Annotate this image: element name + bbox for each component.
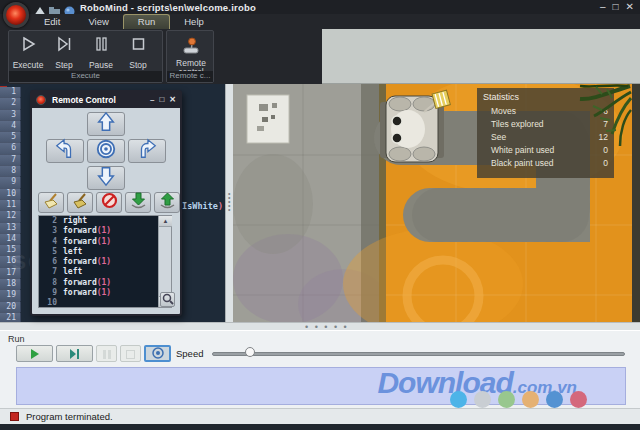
watermark-dot: [450, 391, 467, 408]
move-backward-button[interactable]: [87, 166, 125, 190]
menu-item[interactable]: View: [74, 14, 122, 29]
play-icon: [30, 345, 40, 363]
stop-painting-button[interactable]: [96, 192, 122, 213]
history-row: 6forward(1): [39, 257, 171, 267]
history-line-number: 6: [39, 257, 57, 267]
line-number: 19: [0, 290, 21, 301]
speed-slider-handle[interactable]: [245, 347, 255, 357]
menu-item[interactable]: Help: [170, 14, 218, 29]
map-sign: [247, 95, 289, 143]
pick-up-button[interactable]: [125, 192, 151, 213]
turn-right-button[interactable]: [128, 139, 166, 163]
run-play-button[interactable]: [16, 345, 53, 362]
history-row: 3forward(1): [39, 226, 171, 236]
history-line-number: 10: [39, 298, 57, 308]
line-number: 18: [0, 279, 21, 290]
robot: [380, 90, 450, 162]
stop-button[interactable]: Stop: [121, 33, 155, 71]
remote-close-icon[interactable]: ✕: [169, 92, 176, 108]
put-down-button[interactable]: [154, 192, 180, 213]
ribbon-empty-area: [322, 29, 640, 84]
window-bottom-edge: [0, 424, 640, 430]
history-line-number: 2: [39, 216, 57, 226]
target-icon: [95, 138, 117, 164]
message-area: Download.com.vn: [16, 367, 626, 405]
watermark-dot: [474, 391, 491, 408]
watermark-dot: [570, 391, 587, 408]
terminated-icon: [10, 412, 19, 421]
palm-leaves: [532, 84, 632, 156]
statistic-row: Black paint used 0: [483, 157, 608, 170]
play-icon: [19, 33, 37, 57]
step-button[interactable]: Step: [47, 33, 81, 71]
run-step-button[interactable]: [56, 345, 93, 362]
vertical-splitter[interactable]: •••••: [225, 84, 233, 322]
watermark-dot: [546, 391, 563, 408]
turn-left-button[interactable]: [46, 139, 84, 163]
paint-black-button[interactable]: [67, 192, 93, 213]
scroll-up-icon[interactable]: ▲: [159, 216, 172, 227]
line-number: 13: [0, 223, 21, 234]
line-number: 21: [0, 313, 21, 322]
stop-icon: [129, 33, 147, 57]
ribbon-group-execute: Execute Step Pause Stop Execute: [8, 30, 163, 83]
statistic-label: Black paint used: [491, 158, 603, 168]
history-row: 9forward(1): [39, 288, 171, 298]
line-number: 8: [0, 166, 21, 177]
history-row: 7left: [39, 267, 171, 277]
statistic-value: 0: [603, 158, 608, 168]
ribbon-group-remote: Remote control Remote c...: [166, 30, 214, 83]
history-line-number: 5: [39, 247, 57, 257]
turn-right-arrow-icon: [136, 138, 158, 164]
speed-slider[interactable]: [212, 352, 625, 356]
remote-minimize-icon[interactable]: –: [150, 92, 154, 108]
stop-icon: [126, 345, 135, 363]
step-icon: [69, 345, 80, 363]
watermark-dot: [522, 391, 539, 408]
title-bar: RoboMind - scripts\en\welcome.irobo – □ …: [0, 0, 640, 14]
robomind-logo-icon[interactable]: [3, 2, 29, 28]
remote-window-titlebar[interactable]: Remote Control – □ ✕: [32, 92, 180, 108]
watermark-dots: [450, 391, 587, 408]
run-remote-button[interactable]: [144, 345, 171, 362]
line-number: 12: [0, 211, 21, 222]
menu-item[interactable]: Run: [123, 14, 170, 29]
execute-button[interactable]: Execute: [11, 33, 45, 71]
robot-map[interactable]: Statistics Moves 6 Tiles explored 7 See …: [233, 84, 632, 322]
run-pause-button[interactable]: [96, 345, 117, 362]
target-icon: [152, 345, 164, 363]
line-number-gutter: 123456789101112131415161718192021: [0, 87, 21, 322]
history-line-number: 7: [39, 267, 57, 277]
speed-label: Speed: [176, 348, 203, 359]
line-number: 14: [0, 234, 21, 245]
move-forward-button[interactable]: [87, 112, 125, 136]
paint-white-button[interactable]: [38, 192, 64, 213]
close-icon[interactable]: ✕: [626, 1, 634, 12]
history-line-number: 8: [39, 278, 57, 288]
maximize-icon[interactable]: □: [613, 1, 619, 12]
history-row: 2right: [39, 216, 171, 226]
pause-button[interactable]: Pause: [84, 33, 118, 71]
remote-stop-button[interactable]: [87, 139, 125, 163]
run-panel: Run Speed Download.com.vn: [0, 330, 640, 408]
white-brush-icon: [43, 193, 60, 213]
ribbon-group-label-remote: Remote c...: [167, 71, 213, 82]
line-number: 5: [0, 132, 21, 143]
line-number: 10: [0, 189, 21, 200]
menu-item[interactable]: Edit: [30, 14, 74, 29]
horizontal-splitter[interactable]: • • • • •: [0, 322, 640, 330]
ribbon-group-label-execute: Execute: [9, 71, 162, 82]
remote-control-window[interactable]: Remote Control – □ ✕: [30, 90, 182, 316]
minimize-icon[interactable]: –: [600, 1, 606, 12]
remote-maximize-icon[interactable]: □: [159, 92, 164, 108]
line-number: 2: [0, 98, 21, 109]
command-history-list[interactable]: 2right 3forward(1) 4forward(1) 5left 6fo…: [38, 215, 172, 308]
no-paint-icon: [101, 192, 118, 213]
line-number: 6: [0, 143, 21, 154]
arrow-down-icon: [95, 165, 117, 191]
pause-icon: [103, 345, 111, 363]
run-stop-button[interactable]: [120, 345, 141, 362]
zoom-button[interactable]: [160, 292, 175, 307]
joystick-icon: [181, 33, 201, 58]
line-number: 11: [0, 200, 21, 211]
